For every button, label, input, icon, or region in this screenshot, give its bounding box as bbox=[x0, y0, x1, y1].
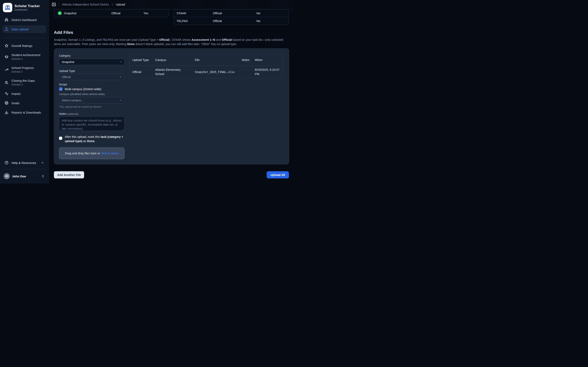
table-row: Snapshot Official Yes bbox=[54, 9, 169, 17]
sidebar-item-help-resources[interactable]: Help & Resources bbox=[2, 159, 46, 167]
sidebar-item-data-upload[interactable]: Data Upload bbox=[2, 25, 46, 33]
chevrons-up-down-icon bbox=[41, 175, 44, 178]
notes-label: Notes (optional) bbox=[59, 112, 78, 115]
add-another-file-button[interactable]: Add Another File bbox=[54, 171, 84, 178]
mark-done-label: After this upload, mark this task (categ… bbox=[65, 135, 125, 143]
task-name: STAAR bbox=[177, 12, 186, 15]
download-icon bbox=[4, 110, 9, 114]
cell-upload-type: Official bbox=[130, 66, 152, 78]
upload-queue-table: Upload Type Campus File Notes When Offic… bbox=[129, 54, 283, 78]
category-label: Category bbox=[59, 54, 71, 57]
graduation-cap-icon bbox=[4, 55, 9, 59]
chevron-right-icon bbox=[111, 3, 114, 6]
task-type: Official bbox=[213, 12, 256, 15]
upload-all-button[interactable]: Upload All bbox=[267, 171, 289, 178]
sidebar-bottom: Help & Resources JD John Doe bbox=[2, 159, 46, 181]
sidebar-item-label: Reports & Downloads bbox=[11, 110, 41, 114]
sidebar-item-label: Closing the Gaps bbox=[11, 79, 35, 83]
sidebar-item-label: School Progress bbox=[11, 66, 34, 70]
table-row: Official Atlantis Elementary School Snap… bbox=[130, 66, 283, 78]
sidebar-divider bbox=[3, 38, 45, 38]
scope-helper-text: This upload will be saved as District. bbox=[59, 105, 102, 108]
sidebar-item-overall-ratings[interactable]: Overall Ratings bbox=[2, 42, 46, 50]
notes-label-text: Notes bbox=[59, 112, 67, 115]
brand: Scholar Tracker Dashboard bbox=[2, 2, 46, 12]
task-status-table-right: STAAR Official No TELPAS Official No bbox=[173, 9, 289, 25]
column-header: Campus bbox=[152, 54, 192, 66]
cell-file: Snapshot_2025_FINAL.xlsx bbox=[192, 66, 239, 78]
notes-optional-inner: (optional) bbox=[67, 112, 78, 115]
multi-campus-label: Multi-campus (District-wide) bbox=[65, 87, 101, 91]
campus-placeholder: Select campus... bbox=[62, 99, 84, 102]
star-icon bbox=[4, 44, 9, 48]
sidebar-divider bbox=[3, 169, 46, 169]
campus-select[interactable]: Select campus... bbox=[59, 97, 125, 103]
notes-optional-text: (optional) bbox=[67, 112, 78, 115]
add-files-card: Category Snapshot Upload Type Official S… bbox=[54, 48, 289, 164]
table-row: STAAR Official No bbox=[174, 9, 289, 17]
app-title: Scholar Tracker bbox=[15, 4, 40, 8]
scholar-laptop-icon bbox=[3, 3, 12, 12]
breadcrumb-current: Upload bbox=[116, 3, 125, 6]
avatar: JD bbox=[4, 173, 10, 179]
task-done: Yes bbox=[144, 12, 169, 15]
upload-icon bbox=[4, 27, 9, 31]
task-type: Official bbox=[112, 12, 144, 15]
target-icon bbox=[4, 101, 9, 105]
activity-icon bbox=[4, 92, 9, 96]
multi-campus-checkbox[interactable] bbox=[59, 87, 62, 91]
sidebar: Scholar Tracker Dashboard District Dashb… bbox=[0, 0, 49, 184]
upload-type-select[interactable]: Official bbox=[59, 74, 125, 80]
sidebar-item-reports-downloads[interactable]: Reports & Downloads bbox=[2, 108, 46, 116]
trending-up-icon bbox=[4, 68, 9, 72]
column-header: When bbox=[252, 54, 283, 66]
help-circle-icon bbox=[4, 161, 9, 165]
mark-done-checkbox[interactable] bbox=[59, 137, 62, 140]
building-icon bbox=[4, 18, 9, 22]
upload-type-label: Upload Type bbox=[59, 69, 75, 73]
dropzone-text: Drag and drop files here or bbox=[65, 152, 100, 155]
sidebar-item-district-dashboard[interactable]: District Dashboard bbox=[2, 16, 46, 24]
section-description: Snapshot, Domain 1–3 Listings, and TELPA… bbox=[54, 38, 289, 46]
users-icon bbox=[4, 81, 9, 85]
user-menu[interactable]: JD John Doe bbox=[2, 172, 46, 181]
topbar-divider bbox=[59, 2, 59, 7]
sidebar-item-student-achievement[interactable]: Student Achievement Domain 1 bbox=[2, 51, 46, 62]
main-content: Atlantis Independent School District Upl… bbox=[49, 0, 294, 184]
task-done: No bbox=[256, 19, 289, 23]
sidebar-collapse-icon[interactable] bbox=[52, 2, 56, 7]
dropzone-select-link[interactable]: click to select bbox=[101, 152, 119, 155]
sidebar-item-label: Impact bbox=[11, 92, 21, 96]
cell-campus: Atlantis Elementary School bbox=[152, 66, 192, 78]
sidebar-item-sublabel: Domain 3 bbox=[11, 83, 35, 86]
multi-campus-checkbox-row: Multi-campus (District-wide) bbox=[59, 87, 101, 91]
sidebar-item-label: Goals bbox=[11, 101, 19, 105]
chevron-up-icon bbox=[41, 161, 44, 164]
chevron-down-icon bbox=[119, 75, 122, 78]
column-header: File bbox=[192, 54, 239, 66]
notes-textarea[interactable] bbox=[59, 117, 125, 131]
task-done: No bbox=[256, 12, 289, 15]
sidebar-item-impact[interactable]: Impact bbox=[2, 90, 46, 98]
category-select[interactable]: Snapshot bbox=[59, 59, 125, 65]
brand-text: Scholar Tracker Dashboard bbox=[15, 4, 40, 11]
sidebar-item-label: District Dashboard bbox=[11, 18, 36, 22]
table-row: TELPAS Official No bbox=[174, 17, 289, 25]
upload-type-value: Official bbox=[62, 75, 71, 79]
sidebar-item-label: Data Upload bbox=[11, 27, 28, 31]
top-bar: Atlantis Independent School District Upl… bbox=[49, 0, 294, 9]
sidebar-item-school-progress[interactable]: School Progress Domain 2 bbox=[2, 64, 46, 75]
column-header: Notes bbox=[239, 54, 252, 66]
cell-when: 8/23/2025, 5:23:37 PM bbox=[252, 66, 283, 78]
breadcrumb-district[interactable]: Atlantis Independent School District bbox=[62, 3, 109, 6]
task-name: Snapshot bbox=[64, 12, 76, 15]
sidebar-item-closing-the-gaps[interactable]: Closing the Gaps Domain 3 bbox=[2, 77, 46, 88]
task-name: TELPAS bbox=[177, 19, 188, 23]
scope-label: Scope bbox=[59, 83, 67, 86]
table-header-row: Upload Type Campus File Notes When bbox=[130, 54, 283, 66]
app-subtitle: Dashboard bbox=[15, 8, 40, 11]
sidebar-item-goals[interactable]: Goals bbox=[2, 99, 46, 107]
file-dropzone[interactable]: Drag and drop files here or click to sel… bbox=[59, 147, 125, 159]
chevron-down-icon bbox=[119, 99, 122, 102]
mark-done-row: After this upload, mark this task (categ… bbox=[59, 135, 125, 143]
